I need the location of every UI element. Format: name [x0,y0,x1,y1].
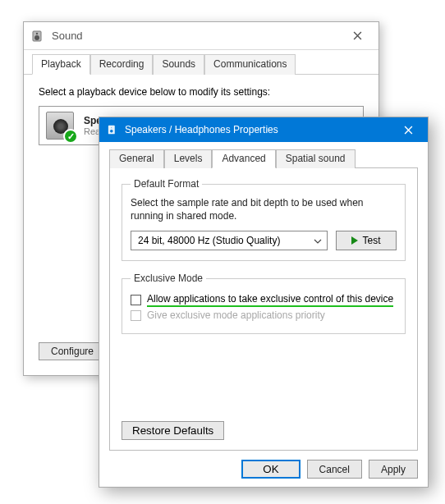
checkbox-icon[interactable] [131,295,141,305]
exclusive-priority-label: Give exclusive mode applications priorit… [147,309,325,321]
tab-recording[interactable]: Recording [90,54,154,75]
close-icon[interactable] [339,24,375,48]
properties-titlebar: Speakers / Headphones Properties [99,117,428,142]
test-button[interactable]: Test [336,231,397,250]
cancel-button[interactable]: Cancel [307,460,362,479]
test-label: Test [362,235,380,246]
format-select[interactable]: 24 bit, 48000 Hz (Studio Quality) [131,231,328,250]
checkbox-icon [131,310,141,321]
close-icon[interactable] [390,117,426,142]
exclusive-mode-group: Exclusive Mode Allow applications to tak… [122,273,406,334]
instruction-text: Select a playback device below to modify… [39,86,364,98]
sound-titlebar: Sound [24,22,378,50]
default-check-icon: ✓ [63,129,78,144]
apply-button[interactable]: Apply [369,460,418,479]
sound-title: Sound [52,30,83,42]
dialog-footer: OK Cancel Apply [241,460,418,479]
properties-title: Speakers / Headphones Properties [125,124,278,135]
restore-defaults-button[interactable]: Restore Defaults [122,421,224,440]
tab-general[interactable]: General [109,149,164,168]
play-icon [351,236,358,245]
tab-sounds[interactable]: Sounds [153,54,204,75]
svg-point-5 [111,127,112,129]
advanced-page: Default Format Select the sample rate an… [109,168,418,451]
format-select-value: 24 bit, 48000 Hz (Studio Quality) [138,235,280,246]
exclusive-mode-legend: Exclusive Mode [131,273,206,284]
sound-tabs: Playback Recording Sounds Communications [24,50,378,75]
tab-levels[interactable]: Levels [164,149,213,168]
chevron-down-icon [314,235,322,246]
default-format-group: Default Format Select the sample rate an… [122,178,406,261]
ok-button[interactable]: OK [241,460,300,479]
svg-point-4 [110,129,114,133]
tab-playback[interactable]: Playback [32,54,90,75]
exclusive-priority-checkbox-row: Give exclusive mode applications priorit… [131,309,397,321]
configure-button[interactable]: Configure [39,342,106,360]
speaker-icon [108,124,119,135]
sound-icon [32,30,45,43]
default-format-legend: Default Format [131,178,202,190]
svg-point-2 [36,32,38,34]
tab-spatial-sound[interactable]: Spatial sound [276,149,356,168]
tab-advanced[interactable]: Advanced [212,149,275,168]
tab-communications[interactable]: Communications [204,54,296,75]
properties-tabs: General Levels Advanced Spatial sound [109,149,418,168]
speaker-device-icon: ✓ [46,112,74,140]
exclusive-control-checkbox-row[interactable]: Allow applications to take exclusive con… [131,293,397,307]
default-format-hint: Select the sample rate and bit depth to … [131,196,397,222]
svg-point-1 [34,35,39,40]
properties-window: Speakers / Headphones Properties General… [99,117,429,488]
exclusive-control-label: Allow applications to take exclusive con… [147,293,393,307]
